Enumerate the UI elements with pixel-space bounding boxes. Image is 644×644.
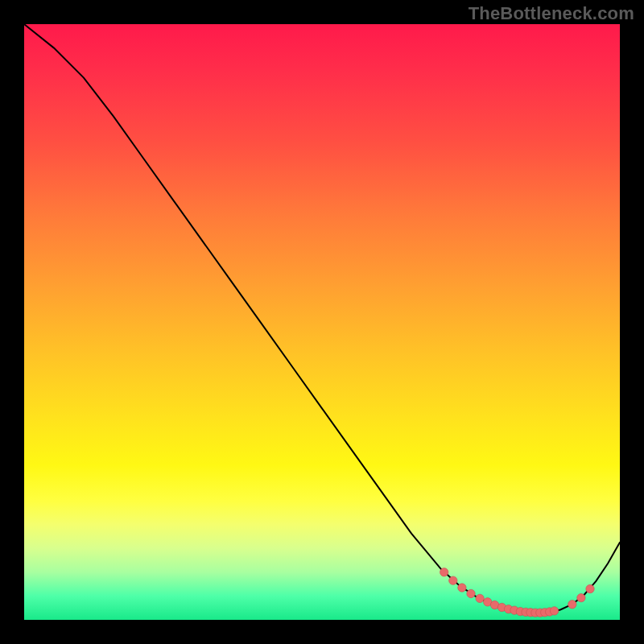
- data-point: [449, 576, 457, 584]
- data-point: [458, 584, 466, 592]
- data-point: [577, 593, 585, 601]
- watermark-text: TheBottleneck.com: [469, 3, 634, 24]
- curve-layer: [24, 24, 620, 620]
- data-points: [440, 568, 595, 617]
- data-point: [586, 584, 594, 592]
- data-point: [476, 594, 484, 602]
- plot-area: [24, 24, 620, 620]
- data-point: [550, 607, 558, 615]
- data-point: [467, 589, 475, 597]
- data-point: [440, 568, 448, 576]
- bottleneck-curve: [24, 24, 620, 613]
- chart-frame: TheBottleneck.com: [0, 0, 644, 644]
- data-point: [568, 601, 576, 609]
